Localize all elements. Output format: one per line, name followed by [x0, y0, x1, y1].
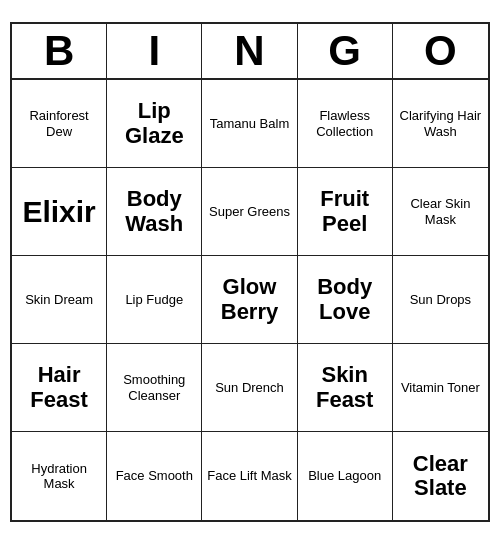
cell-text-16: Smoothing Cleanser [111, 372, 197, 403]
cell-text-8: Fruit Peel [302, 187, 388, 235]
cell-text-17: Sun Drench [215, 380, 284, 396]
bingo-cell-20: Hydration Mask [12, 432, 107, 520]
bingo-cell-24: Clear Slate [393, 432, 488, 520]
cell-text-6: Body Wash [111, 187, 197, 235]
bingo-cell-9: Clear Skin Mask [393, 168, 488, 256]
cell-text-20: Hydration Mask [16, 461, 102, 492]
bingo-cell-0: Rainforest Dew [12, 80, 107, 168]
bingo-cell-2: Tamanu Balm [202, 80, 297, 168]
bingo-cell-14: Sun Drops [393, 256, 488, 344]
cell-text-21: Face Smooth [116, 468, 193, 484]
cell-text-12: Glow Berry [206, 275, 292, 323]
bingo-letter-o: O [393, 24, 488, 78]
bingo-cell-15: Hair Feast [12, 344, 107, 432]
cell-text-7: Super Greens [209, 204, 290, 220]
bingo-card: BINGO Rainforest DewLip GlazeTamanu Balm… [10, 22, 490, 522]
bingo-cell-19: Vitamin Toner [393, 344, 488, 432]
bingo-cell-10: Skin Dream [12, 256, 107, 344]
bingo-grid: Rainforest DewLip GlazeTamanu BalmFlawle… [12, 80, 488, 520]
bingo-letter-b: B [12, 24, 107, 78]
cell-text-15: Hair Feast [16, 363, 102, 411]
bingo-letter-g: G [298, 24, 393, 78]
bingo-cell-7: Super Greens [202, 168, 297, 256]
cell-text-3: Flawless Collection [302, 108, 388, 139]
cell-text-19: Vitamin Toner [401, 380, 480, 396]
bingo-cell-1: Lip Glaze [107, 80, 202, 168]
bingo-letter-i: I [107, 24, 202, 78]
cell-text-1: Lip Glaze [111, 99, 197, 147]
cell-text-23: Blue Lagoon [308, 468, 381, 484]
cell-text-5: Elixir [22, 195, 95, 228]
bingo-cell-13: Body Love [298, 256, 393, 344]
cell-text-11: Lip Fudge [125, 292, 183, 308]
bingo-cell-8: Fruit Peel [298, 168, 393, 256]
cell-text-4: Clarifying Hair Wash [397, 108, 484, 139]
bingo-cell-5: Elixir [12, 168, 107, 256]
bingo-cell-3: Flawless Collection [298, 80, 393, 168]
cell-text-9: Clear Skin Mask [397, 196, 484, 227]
bingo-cell-12: Glow Berry [202, 256, 297, 344]
bingo-cell-21: Face Smooth [107, 432, 202, 520]
bingo-cell-22: Face Lift Mask [202, 432, 297, 520]
bingo-cell-17: Sun Drench [202, 344, 297, 432]
cell-text-13: Body Love [302, 275, 388, 323]
bingo-header: BINGO [12, 24, 488, 80]
cell-text-22: Face Lift Mask [207, 468, 292, 484]
bingo-cell-23: Blue Lagoon [298, 432, 393, 520]
bingo-cell-6: Body Wash [107, 168, 202, 256]
bingo-cell-18: Skin Feast [298, 344, 393, 432]
cell-text-24: Clear Slate [397, 452, 484, 500]
bingo-cell-11: Lip Fudge [107, 256, 202, 344]
cell-text-14: Sun Drops [410, 292, 471, 308]
bingo-cell-4: Clarifying Hair Wash [393, 80, 488, 168]
bingo-letter-n: N [202, 24, 297, 78]
cell-text-18: Skin Feast [302, 363, 388, 411]
cell-text-0: Rainforest Dew [16, 108, 102, 139]
cell-text-10: Skin Dream [25, 292, 93, 308]
bingo-cell-16: Smoothing Cleanser [107, 344, 202, 432]
cell-text-2: Tamanu Balm [210, 116, 289, 132]
